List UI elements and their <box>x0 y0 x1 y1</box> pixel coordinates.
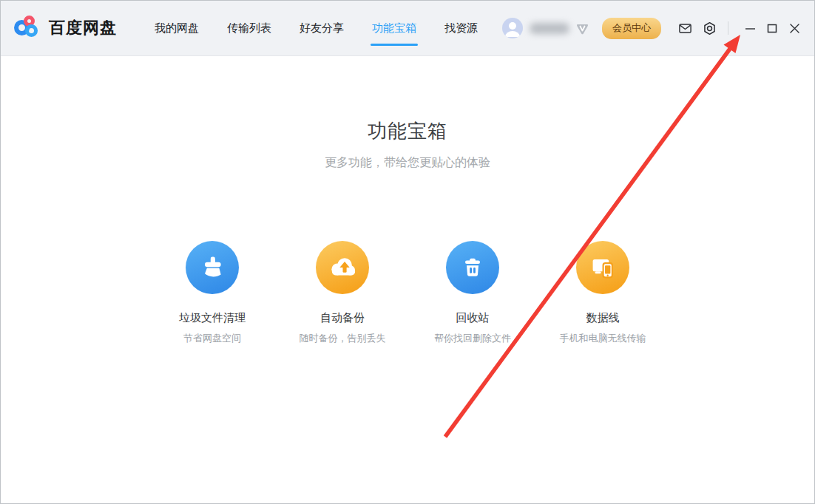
main-nav: 我的网盘 传输列表 好友分享 功能宝箱 找资源 <box>141 1 492 55</box>
mail-icon[interactable] <box>677 21 692 35</box>
tab-transfer-list[interactable]: 传输列表 <box>213 1 285 55</box>
topbar: 百度网盘 我的网盘 传输列表 好友分享 功能宝箱 找资源 <box>1 1 814 56</box>
feature-desc: 节省网盘空间 <box>147 332 277 345</box>
tab-my-drive[interactable]: 我的网盘 <box>141 1 213 55</box>
page-subtitle: 更多功能，带给您更贴心的体验 <box>1 155 814 171</box>
baidu-netdisk-window: 百度网盘 我的网盘 传输列表 好友分享 功能宝箱 找资源 <box>0 0 815 504</box>
username-blurred[interactable] <box>530 23 569 34</box>
feature-junk-file-clean[interactable]: 垃圾文件清理 节省网盘空间 <box>147 241 277 345</box>
close-icon[interactable] <box>786 20 802 36</box>
clean-brush-icon <box>186 241 239 294</box>
avatar-person-icon <box>502 18 523 38</box>
feature-desc: 手机和电脑无线传输 <box>538 332 668 345</box>
topbar-divider <box>728 21 728 35</box>
topbar-tools <box>677 21 726 35</box>
tab-find-resources[interactable]: 找资源 <box>430 1 492 55</box>
tab-friend-share[interactable]: 好友分享 <box>285 1 358 55</box>
feature-title: 回收站 <box>408 311 538 325</box>
feature-grid: 垃圾文件清理 节省网盘空间 自动备份 随时备份，告别丢失 <box>1 241 814 345</box>
feature-desc: 帮你找回删除文件 <box>408 332 538 345</box>
function-box-page: 功能宝箱 更多功能，带给您更贴心的体验 垃圾文件清理 节省网盘空间 <box>1 56 814 345</box>
window-controls <box>736 20 802 36</box>
app-logo: 百度网盘 <box>14 16 117 41</box>
feature-title: 数据线 <box>538 311 668 325</box>
minimize-icon[interactable] <box>742 20 758 36</box>
user-area: 会员中心 <box>502 18 661 39</box>
tab-function-box[interactable]: 功能宝箱 <box>358 1 430 55</box>
feature-desc: 随时备份，告别丢失 <box>277 332 408 345</box>
maximize-icon[interactable] <box>764 20 780 36</box>
page-title: 功能宝箱 <box>1 118 814 144</box>
baidu-netdisk-logo-icon <box>14 16 42 41</box>
feature-title: 自动备份 <box>277 311 408 325</box>
feature-data-cable[interactable]: 数据线 手机和电脑无线传输 <box>538 241 668 345</box>
feature-auto-backup[interactable]: 自动备份 随时备份，告别丢失 <box>277 241 408 345</box>
vip-level-badge-icon[interactable] <box>575 21 589 35</box>
user-avatar[interactable] <box>502 18 523 38</box>
devices-sync-icon <box>576 241 629 294</box>
feature-title: 垃圾文件清理 <box>147 311 277 325</box>
feature-recycle-bin[interactable]: 回收站 帮你找回删除文件 <box>408 241 538 345</box>
vip-center-button[interactable]: 会员中心 <box>602 18 661 39</box>
trash-icon <box>446 241 499 294</box>
settings-gear-icon[interactable] <box>702 21 717 35</box>
cloud-upload-icon <box>316 241 369 294</box>
app-title: 百度网盘 <box>49 17 117 39</box>
